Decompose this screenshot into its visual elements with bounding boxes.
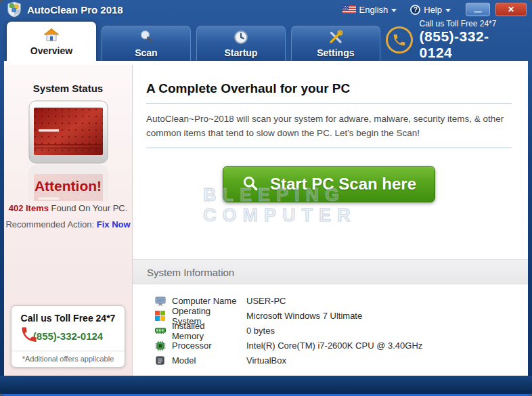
system-information-section: System Information Com: [133, 259, 528, 368]
tab-overview[interactable]: Overview: [7, 22, 96, 61]
processor-icon: [155, 340, 167, 351]
phone-circle-icon: [386, 26, 413, 53]
tab-startup[interactable]: Startup: [196, 26, 286, 61]
row-label: Installed Memory: [172, 321, 237, 341]
help-icon: ?: [410, 5, 420, 15]
call-box-title: Call us Toll Free 24*7: [12, 313, 125, 324]
main-panel: A Complete Overhaul for your PC AutoClea…: [133, 65, 528, 376]
items-found-line: 402 Items Found On Your PC.: [4, 203, 132, 213]
row-label: Computer Name: [172, 296, 237, 306]
recommended-label: Recommended Action:: [5, 219, 96, 229]
minimize-button[interactable]: —: [466, 3, 490, 16]
system-information-title: System Information: [133, 259, 528, 284]
table-row: Installed Memory 0 bytes: [155, 324, 528, 338]
description-text: AutoClean~Pro~2018 will scan your system…: [146, 112, 512, 141]
call-box-number: (855)-332-0124: [33, 330, 103, 342]
row-value: 0 bytes: [246, 326, 275, 336]
sidebar-status-panel: System Status: [4, 65, 133, 376]
header-phone-caption: Call us Toll Free 24*7: [420, 19, 521, 28]
model-icon: [155, 355, 167, 366]
us-flag-icon: [342, 5, 356, 14]
tab-label: Overview: [30, 45, 72, 56]
help-menu[interactable]: ? Help: [410, 5, 451, 15]
content-area: System Status: [4, 61, 528, 376]
header-phone: Call us Toll Free 24*7 (855)-332-0124: [386, 19, 521, 61]
language-label: English: [359, 5, 389, 15]
clock-icon: [233, 29, 249, 45]
window-footer: [0, 376, 532, 396]
call-box-note: *Additional offers applicable: [12, 351, 125, 367]
page-title: A Complete Overhaul for your PC: [146, 81, 512, 96]
title-bar: AutoClean Pro 2018 English ? H: [0, 0, 532, 19]
tools-icon: [328, 29, 344, 45]
app-window: AutoClean Pro 2018 English ? H: [0, 0, 532, 396]
house-icon: [43, 27, 60, 43]
system-status-title: System Status: [4, 83, 132, 94]
memory-icon: [155, 326, 167, 336]
divider: [146, 103, 512, 104]
start-pc-scan-button[interactable]: Start PC Scan here: [223, 166, 435, 202]
table-row: Model VirtualBox: [155, 353, 528, 368]
row-value: VirtualBox: [246, 355, 286, 366]
attention-label: Attention!: [4, 178, 132, 194]
items-suffix: Found On Your PC.: [49, 203, 127, 213]
tab-scan[interactable]: Scan: [102, 26, 191, 61]
row-value: USER-PC: [246, 296, 286, 306]
app-title: AutoClean Pro 2018: [27, 4, 123, 16]
chevron-down-icon: [391, 9, 397, 12]
app-shield-logo-icon: [7, 1, 22, 18]
table-row: Processor Intel(R) Core(TM) i7-2600K CPU…: [155, 338, 528, 353]
minimize-glyph: —: [474, 7, 482, 16]
divider: [146, 148, 512, 148]
language-selector[interactable]: English: [342, 5, 397, 15]
magnifier-icon: [242, 175, 259, 193]
tab-label: Scan: [135, 47, 157, 58]
fix-now-link[interactable]: Fix Now: [97, 219, 131, 229]
row-value: Microsoft Windows 7 Ultimate: [246, 311, 362, 321]
header-phone-number: (855)-332-0124: [420, 28, 521, 61]
row-label: Processor: [172, 340, 237, 351]
red-phone-icon: [20, 325, 39, 347]
tab-label: Settings: [317, 47, 354, 58]
tab-settings[interactable]: Settings: [291, 26, 380, 61]
recommended-action-line: Recommended Action: Fix Now: [4, 219, 132, 229]
close-glyph: ✕: [508, 5, 514, 14]
row-value: Intel(R) Core(TM) i7-2600K CPU @ 3.40GHz: [246, 340, 422, 351]
tab-label: Startup: [224, 47, 257, 58]
start-pc-scan-label: Start PC Scan here: [270, 175, 416, 194]
items-count: 402 Items: [9, 203, 49, 213]
help-label: Help: [424, 5, 442, 15]
close-button[interactable]: ✕: [495, 3, 527, 16]
row-label: Model: [172, 355, 237, 366]
computer-icon: [155, 296, 167, 307]
chevron-down-icon: [445, 9, 451, 12]
magnifier-icon: [138, 29, 154, 45]
tab-bar: Overview Scan Startup Settings: [0, 19, 532, 61]
windows-icon: [155, 311, 167, 322]
call-box: Call us Toll Free 24*7 (855)-332-0124 *A…: [11, 305, 125, 368]
